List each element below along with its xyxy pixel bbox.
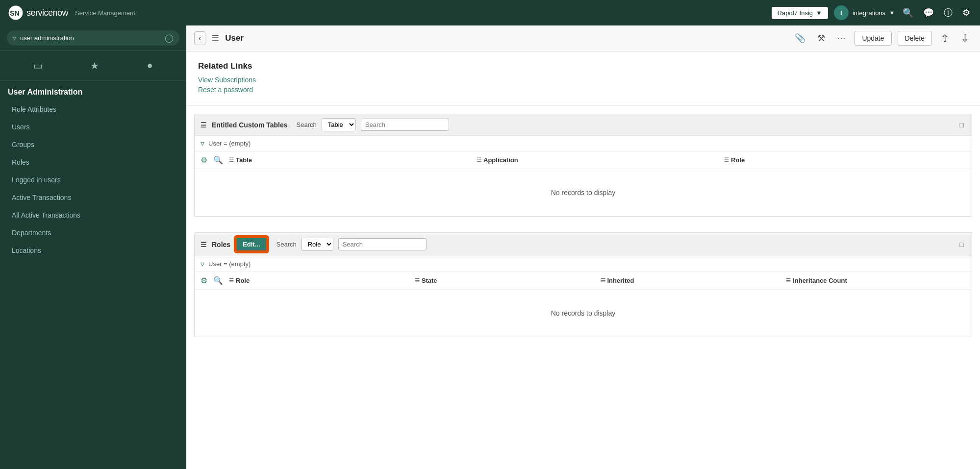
username: integrations xyxy=(853,9,885,17)
table2-search-input[interactable] xyxy=(338,238,427,250)
sidebar-item-roles[interactable]: Roles xyxy=(0,153,186,171)
table1-columns-row: ⚙ 🔍 ☰ Table ☰ Application ☰ Role xyxy=(195,151,972,169)
table2-filter-row: ▿ User = (empty) xyxy=(195,256,972,272)
instance-name: Rapid7 Insig xyxy=(778,9,813,17)
table1-filter-row: ▿ User = (empty) xyxy=(195,136,972,151)
view-subscriptions-link[interactable]: View Subscriptions xyxy=(198,76,968,84)
filter-settings-icon[interactable]: ⚒ xyxy=(814,31,828,46)
next-record-icon[interactable]: ⇩ xyxy=(958,30,972,46)
sidebar: ▿ ◯ ▭ ★ ● User Administration Role Attri… xyxy=(0,25,186,469)
instance-selector[interactable]: Rapid7 Insig ▼ xyxy=(772,7,828,19)
search-input-wrap: ▿ ◯ xyxy=(7,30,179,46)
table2-col-role: ☰ Role xyxy=(229,277,409,284)
table2-col-state: ☰ State xyxy=(415,277,595,284)
archive-icon[interactable]: ▭ xyxy=(29,58,47,74)
delete-button[interactable]: Delete xyxy=(898,31,932,46)
settings-icon[interactable]: ⚙ xyxy=(960,5,972,20)
clock-icon[interactable]: ● xyxy=(143,58,156,74)
table2-collapse-button[interactable]: □ xyxy=(958,240,966,249)
update-button[interactable]: Update xyxy=(854,31,891,46)
sidebar-item-all-active-transactions[interactable]: All Active Transactions xyxy=(0,206,186,224)
brand-logo: SN servicenow Service Management xyxy=(8,5,135,21)
search-icon[interactable]: 🔍 xyxy=(901,5,915,20)
star-icon[interactable]: ★ xyxy=(86,58,103,74)
sidebar-section-title: User Administration xyxy=(0,81,186,100)
form-menu-icon[interactable]: ☰ xyxy=(211,33,219,44)
table1-empty-message: No records to display xyxy=(195,169,972,216)
top-navigation: SN servicenow Service Management Rapid7 … xyxy=(0,0,980,25)
more-options-icon[interactable]: ⋯ xyxy=(834,31,849,46)
table2-header: ☰ Roles Edit... Search Role □ xyxy=(195,233,972,256)
table2-menu-icon[interactable]: ☰ xyxy=(201,241,207,248)
table1-menu-icon[interactable]: ☰ xyxy=(201,121,207,129)
table1-search-col-icon[interactable]: 🔍 xyxy=(213,155,223,165)
form-title: User xyxy=(225,33,786,43)
table1-search-select[interactable]: Table xyxy=(322,118,356,131)
reset-password-link[interactable]: Reset a password xyxy=(198,86,968,94)
table2-search-label: Search xyxy=(276,241,297,248)
table2-settings-icon[interactable]: ⚙ xyxy=(201,276,207,285)
table2-filter-icon: ▿ xyxy=(201,259,204,269)
clear-search-icon[interactable]: ◯ xyxy=(165,33,174,43)
brand-name: servicenow xyxy=(26,8,68,18)
table1-col-role: ☰ Role xyxy=(724,156,966,164)
sidebar-item-active-transactions[interactable]: Active Transactions xyxy=(0,189,186,206)
sidebar-item-role-attributes[interactable]: Role Attributes xyxy=(0,100,186,118)
edit-button[interactable]: Edit... xyxy=(235,237,267,252)
entitled-custom-tables-section: ☰ Entitled Custom Tables Search Table □ … xyxy=(194,114,972,217)
sidebar-icon-row: ▭ ★ ● xyxy=(0,51,186,81)
table2-col-inherited: ☰ Inherited xyxy=(601,277,780,284)
servicenow-logo-icon: SN xyxy=(8,5,24,21)
sidebar-search-area: ▿ ◯ xyxy=(0,25,186,51)
table1-title: Entitled Custom Tables xyxy=(212,121,288,129)
roles-section: ☰ Roles Edit... Search Role □ ▿ User = (… xyxy=(194,232,972,337)
content-area: ‹ ☰ User 📎 ⚒ ⋯ Update Delete ⇧ ⇩ Related… xyxy=(186,25,980,469)
chat-icon[interactable]: 💬 xyxy=(921,5,936,20)
instance-chevron-icon: ▼ xyxy=(816,9,822,17)
sidebar-nav: Role Attributes Users Groups Roles Logge… xyxy=(0,100,186,259)
related-links-title: Related Links xyxy=(198,61,968,71)
table2-search-col-icon[interactable]: 🔍 xyxy=(213,276,223,285)
back-button[interactable]: ‹ xyxy=(194,31,205,45)
sidebar-item-groups[interactable]: Groups xyxy=(0,136,186,153)
table1-filter-icon: ▿ xyxy=(201,139,204,148)
table2-empty-message: No records to display xyxy=(195,290,972,337)
table2-title: Roles xyxy=(212,241,230,248)
table1-search-input[interactable] xyxy=(361,119,449,131)
table1-col-application: ☰ Application xyxy=(477,156,718,164)
sidebar-item-logged-in-users[interactable]: Logged in users xyxy=(0,171,186,189)
main-layout: ▿ ◯ ▭ ★ ● User Administration Role Attri… xyxy=(0,25,980,469)
table1-settings-icon[interactable]: ⚙ xyxy=(201,155,207,165)
service-label: Service Management xyxy=(75,9,135,17)
sidebar-item-departments[interactable]: Departments xyxy=(0,224,186,242)
sidebar-search-input[interactable] xyxy=(20,34,161,42)
user-chevron-icon: ▼ xyxy=(889,10,895,16)
table2-columns-row: ⚙ 🔍 ☰ Role ☰ State ☰ Inherited ☰ Inherit… xyxy=(195,272,972,290)
svg-text:SN: SN xyxy=(10,9,20,17)
table1-col-table: ☰ Table xyxy=(229,156,471,164)
table1-search-label: Search xyxy=(297,121,317,128)
avatar: I xyxy=(834,5,849,20)
related-links-section: Related Links View Subscriptions Reset a… xyxy=(186,51,980,106)
form-header: ‹ ☰ User 📎 ⚒ ⋯ Update Delete ⇧ ⇩ xyxy=(186,25,980,51)
sidebar-item-locations[interactable]: Locations xyxy=(0,242,186,259)
table1-filter-text: User = (empty) xyxy=(208,140,251,147)
help-icon[interactable]: ⓘ xyxy=(942,5,955,21)
table1-collapse-button[interactable]: □ xyxy=(958,120,966,130)
table2-col-inheritance-count: ☰ Inheritance Count xyxy=(786,277,966,284)
sidebar-item-users[interactable]: Users xyxy=(0,118,186,136)
table1-header: ☰ Entitled Custom Tables Search Table □ xyxy=(195,114,972,136)
attachment-icon[interactable]: 📎 xyxy=(792,31,808,46)
table2-search-select[interactable]: Role xyxy=(302,238,333,251)
prev-record-icon[interactable]: ⇧ xyxy=(938,30,952,46)
table2-filter-text: User = (empty) xyxy=(208,260,251,268)
user-menu[interactable]: I integrations ▼ xyxy=(834,5,895,20)
filter-icon: ▿ xyxy=(13,34,16,42)
